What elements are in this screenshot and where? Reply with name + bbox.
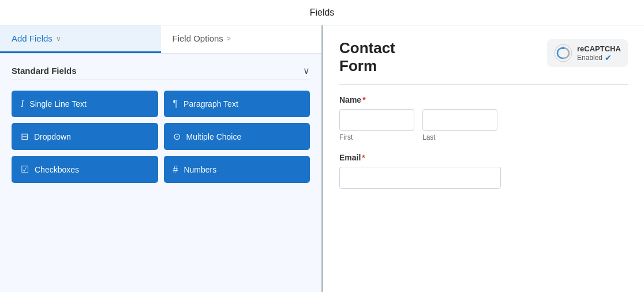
recaptcha-status: Enabled ✔ [577, 53, 621, 62]
numbers-label: Numbers [184, 165, 216, 174]
page-title: Fields [310, 8, 335, 18]
single-line-text-icon: I [21, 99, 24, 109]
right-panel: Contact Form reCAPTCHA Enabled ✔ [323, 25, 644, 292]
tab-field-options[interactable]: Field Options > [161, 25, 322, 53]
section-divider [12, 80, 310, 80]
field-btn-numbers[interactable]: # Numbers [164, 156, 310, 183]
name-label: Name * [339, 95, 628, 104]
field-btn-multiple-choice[interactable]: ⊙ Multiple Choice [164, 123, 310, 150]
name-required-star: * [362, 95, 365, 104]
tab-add-fields[interactable]: Add Fields ∨ [0, 25, 161, 53]
name-field-group: Name * First Last [339, 95, 628, 141]
section-header: Standard Fields ∨ [12, 65, 310, 76]
recaptcha-logo-icon [554, 44, 572, 62]
section-collapse-icon[interactable]: ∨ [303, 65, 310, 76]
last-name-input[interactable] [422, 109, 497, 131]
last-name-field: Last [422, 109, 497, 141]
form-title: Contact Form [339, 39, 395, 75]
email-required-star: * [362, 153, 365, 162]
multiple-choice-label: Multiple Choice [186, 132, 242, 141]
check-circle-icon: ✔ [605, 53, 612, 62]
main-layout: Add Fields ∨ Field Options > Standard Fi… [0, 25, 644, 292]
paragraph-text-icon: ¶ [173, 99, 178, 109]
fields-section: Standard Fields ∨ I Single Line Text ¶ P… [0, 54, 321, 292]
email-label: Email * [339, 153, 628, 162]
form-header: Contact Form reCAPTCHA Enabled ✔ [339, 39, 628, 75]
field-btn-checkboxes[interactable]: ☑ Checkboxes [12, 156, 158, 183]
form-divider [339, 84, 628, 85]
field-btn-dropdown[interactable]: ⊟ Dropdown [12, 123, 158, 150]
field-btn-paragraph-text[interactable]: ¶ Paragraph Text [164, 91, 310, 117]
dropdown-icon: ⊟ [21, 131, 28, 142]
fields-grid: I Single Line Text ¶ Paragraph Text ⊟ Dr… [12, 91, 310, 183]
left-panel: Add Fields ∨ Field Options > Standard Fi… [0, 25, 323, 292]
recaptcha-title: reCAPTCHA [577, 44, 621, 53]
tabs-row: Add Fields ∨ Field Options > [0, 25, 321, 54]
multiple-choice-icon: ⊙ [173, 131, 181, 142]
recaptcha-text: reCAPTCHA Enabled ✔ [577, 44, 621, 62]
tab-add-fields-chevron: ∨ [56, 35, 61, 43]
dropdown-label: Dropdown [34, 132, 71, 141]
first-name-sub-label: First [339, 133, 414, 141]
recaptcha-status-label: Enabled [577, 54, 602, 62]
first-name-field: First [339, 109, 414, 141]
checkboxes-label: Checkboxes [35, 165, 79, 174]
email-field-group: Email * [339, 153, 628, 189]
last-name-sub-label: Last [422, 133, 497, 141]
recaptcha-badge: reCAPTCHA Enabled ✔ [547, 39, 628, 67]
tab-add-fields-label: Add Fields [12, 33, 53, 43]
paragraph-text-label: Paragraph Text [184, 99, 238, 108]
top-bar: Fields [0, 0, 644, 25]
standard-fields-title: Standard Fields [12, 66, 77, 76]
tab-field-options-chevron: > [227, 35, 231, 43]
single-line-text-label: Single Line Text [29, 99, 87, 108]
tab-field-options-label: Field Options [173, 33, 223, 43]
first-name-input[interactable] [339, 109, 414, 131]
checkboxes-icon: ☑ [21, 164, 29, 175]
name-row: First Last [339, 109, 628, 141]
email-input[interactable] [339, 167, 501, 189]
field-btn-single-line-text[interactable]: I Single Line Text [12, 91, 158, 117]
numbers-icon: # [173, 164, 178, 175]
